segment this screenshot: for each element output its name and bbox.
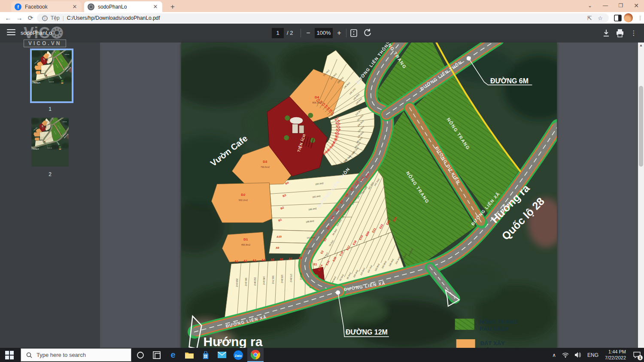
scrollbar-thumb[interactable] [639, 86, 643, 167]
zoom-out-icon[interactable]: − [304, 28, 313, 38]
profile-avatar[interactable] [624, 13, 633, 22]
side-panel-icon[interactable] [614, 14, 622, 22]
map-label: ĐẤT XÂY [480, 340, 505, 347]
scroll-up-icon[interactable]: ▲ [638, 43, 644, 47]
pdf-page: ĐƯỜNG LIÊN THÔNĐƯỜNG LIÊN THÔNĐƯỜNG LIÊN… [181, 43, 557, 348]
page-count-label: / 2 [287, 28, 293, 38]
address-bar[interactable]: ⓘ Tệp | C:/Users/hp/Downloads/sodoPhanLo… [37, 13, 609, 23]
taskbar-clock[interactable]: 1:44 PM 7/22/2022 [605, 349, 626, 361]
pdf-tab-favicon [88, 3, 94, 10]
new-tab-button[interactable]: + [167, 2, 178, 12]
legend-orange-swatch [456, 339, 475, 348]
zoom-level-value[interactable]: 100% [315, 28, 333, 38]
map-label: 152.9m2 [254, 277, 256, 286]
pdf-title: sodoPhanLo [21, 30, 52, 36]
address-url: C:/Users/hp/Downloads/sodoPhanLo.pdf [67, 15, 160, 21]
map-label: 123.3m2 [281, 275, 283, 283]
tab-sodophanlo[interactable]: sodoPhanLo ✕ [84, 1, 162, 12]
map-label: D2 [241, 193, 246, 197]
map-label: A10 [276, 235, 282, 238]
map-label: A1 [234, 260, 238, 263]
map-label: 155.7m2 [272, 276, 274, 284]
map-label: 806.3m2 [312, 101, 321, 104]
search-placeholder: Type here to search [36, 352, 86, 358]
pdf-kebab-menu-icon[interactable]: ⋮ [629, 28, 638, 38]
window-minimize-button[interactable]: — [598, 0, 613, 11]
map-label: A2 [243, 259, 247, 262]
map-label: 145.1m2 [263, 277, 265, 285]
page-1-thumbnail[interactable] [30, 49, 73, 103]
svg-text:Zalo: Zalo [235, 353, 242, 357]
tab-label: sodoPhanLo [98, 4, 127, 10]
tray-chevron-icon[interactable]: ∧ [552, 352, 556, 358]
map-label: NÔNG TRANG [480, 319, 518, 325]
forward-icon[interactable]: → [15, 13, 24, 23]
window-restore-button[interactable]: ❐ [613, 0, 629, 11]
browser-kebab-menu-icon[interactable]: ⋮ [636, 13, 644, 23]
map-label: A5 [270, 258, 274, 261]
cortana-icon[interactable] [132, 348, 149, 362]
share-icon[interactable]: ⇱ [587, 15, 592, 21]
map-label: E1 [313, 263, 317, 266]
map-label: A6 [279, 258, 283, 261]
back-icon[interactable]: ← [3, 13, 13, 23]
map-label: A4 [261, 259, 265, 262]
search-icon [26, 352, 32, 358]
thumbnail-page-number: 1 [0, 106, 100, 112]
browser-navbar: ← → ⟳ ⓘ Tệp | C:/Users/hp/Downloads/sodo… [0, 12, 644, 24]
fit-page-icon[interactable] [349, 28, 358, 38]
map-label: 163.9m2 [307, 236, 315, 239]
zalo-icon[interactable]: Zalo [230, 348, 246, 362]
print-icon[interactable] [616, 28, 624, 38]
map-label: 170.8m2 [290, 274, 292, 283]
action-center-icon[interactable]: 1 [629, 348, 644, 362]
map-label: 790.6m2 [261, 166, 270, 168]
browser-tab-strip: f Facebook ✕ sodoPhanLo ✕ + ⌄ — ❐ ✕ [0, 0, 644, 12]
mail-icon[interactable] [214, 348, 230, 362]
wifi-icon[interactable] [562, 353, 569, 358]
tab-facebook[interactable]: f Facebook ✕ [11, 1, 82, 12]
rotate-icon[interactable] [363, 28, 372, 38]
download-icon[interactable] [602, 28, 611, 38]
road-6m-dot [467, 56, 471, 61]
file-explorer-icon[interactable] [181, 348, 197, 362]
tab-close-icon[interactable]: ✕ [152, 3, 159, 10]
map-label: ĐƯỜNG 6M [490, 77, 529, 85]
thumbnail-page-number: 2 [0, 171, 100, 177]
pdf-toolbar: sodoPhanLo ViC❂ VICO.VN 1 / 2 − 100% + ⋮ [0, 24, 644, 43]
microsoft-store-icon[interactable] [197, 348, 214, 362]
pdf-scrollbar[interactable]: ▲ [638, 43, 644, 348]
map-label: D1 [243, 237, 248, 241]
bookmark-star-icon[interactable]: ☆ [598, 15, 603, 21]
pdf-menu-icon[interactable] [7, 29, 15, 36]
window-close-button[interactable]: ✕ [629, 0, 644, 11]
edge-icon[interactable]: e [165, 348, 181, 362]
document-area: ĐƯỜNG LIÊN THÔNĐƯỜNG LIÊN THÔNĐƯỜNG LIÊN… [100, 43, 638, 348]
map-label: A8 [298, 256, 302, 259]
map-label: 85.2m2 [300, 273, 302, 280]
chrome-icon[interactable] [247, 348, 264, 362]
reload-icon[interactable]: ⟳ [26, 13, 35, 23]
start-button-icon[interactable] [5, 351, 14, 359]
browser-menu-chevron-icon[interactable]: ⌄ [582, 0, 598, 11]
speaker-icon[interactable] [575, 352, 581, 358]
tab-close-icon[interactable]: ✕ [71, 3, 78, 10]
map-label: A9 [276, 246, 279, 249]
page-number-input[interactable]: 1 [272, 28, 284, 38]
task-view-icon[interactable] [149, 348, 165, 362]
map-label: 450.8m2 [241, 243, 250, 246]
map-label: 160.1m2 [245, 278, 247, 286]
zoom-in-icon[interactable]: + [335, 28, 343, 38]
pdf-viewer-content: 1 2 [0, 43, 644, 348]
tab-label: Facebook [25, 4, 48, 10]
map-label: A3 [252, 259, 256, 262]
plot-map: ĐƯỜNG LIÊN THÔNĐƯỜNG LIÊN THÔNĐƯỜNG LIÊN… [181, 43, 557, 348]
page-2-thumbnail[interactable] [31, 118, 69, 167]
map-label: D3 [263, 160, 267, 164]
taskbar-search-input[interactable]: Type here to search [21, 348, 131, 362]
language-indicator[interactable]: ENG [587, 352, 598, 358]
thumbnail-sidebar: 1 2 [0, 43, 100, 348]
page-info-icon[interactable]: ⓘ [42, 15, 48, 21]
road-12m-dot [336, 290, 340, 295]
map-label: 162.2m2 [304, 247, 313, 250]
